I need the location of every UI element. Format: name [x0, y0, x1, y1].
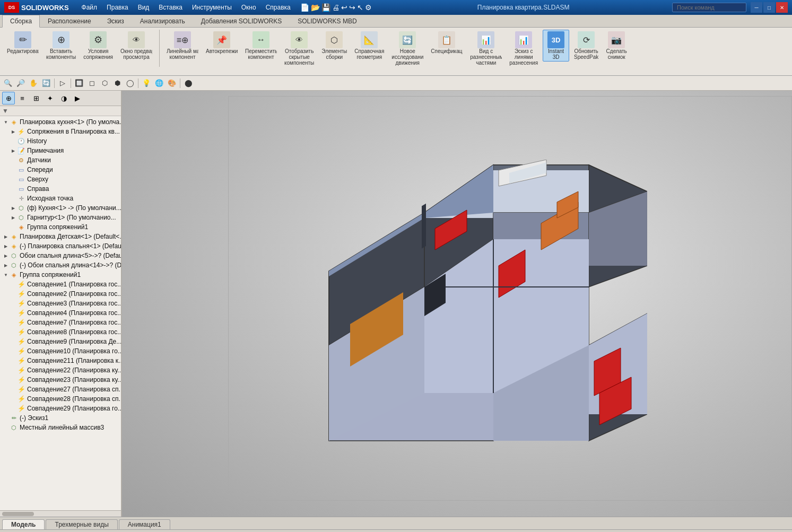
snapshot-button[interactable]: 📷 Сделатьснимок [603, 30, 630, 62]
list-item[interactable]: ▶ ⬡ Гарнитур<1> (По умолчанио... [0, 213, 121, 222]
list-item[interactable]: ▶ ⚡ Совпадение8 (Планировка гос... [0, 327, 121, 337]
save-icon[interactable]: 💾 [321, 3, 330, 12]
new-icon[interactable]: 📄 [300, 3, 309, 12]
view-orient-button[interactable]: ▷ [57, 77, 68, 89]
move-component-button[interactable]: ↔ Переместитькомпонент [242, 30, 280, 62]
tab-assembly[interactable]: Сборка [2, 15, 40, 28]
list-item[interactable]: ▶ ⚡ Сопряжения в Планировка кв... [0, 127, 121, 136]
bom-button[interactable]: 📋 Спецификация [428, 30, 465, 56]
list-item[interactable]: ▶ ⚡ Совпадение28 (Планировка сп... [0, 394, 121, 404]
tree-expand[interactable]: ▶ [10, 128, 17, 135]
display-manager-tab[interactable]: ◑ [57, 92, 70, 104]
preview-button[interactable]: 👁 Окно предварит.просмотра [118, 30, 155, 62]
zoom-to-fit-button[interactable]: 🔍 [2, 77, 14, 89]
tree-expand[interactable]: ▶ [10, 214, 17, 221]
display-style-shaded-edges-button[interactable]: ⬢ [111, 77, 123, 89]
tree-item-root[interactable]: ▼ ◈ Планировка кухня<1> (По умолча... [0, 117, 121, 127]
list-item[interactable]: ▶ ▭ Сверху [0, 175, 121, 184]
tree-expand[interactable]: ▶ [2, 261, 10, 269]
config-tab[interactable]: ⊞ [30, 92, 42, 104]
tree-expand[interactable]: ▶ [2, 242, 10, 250]
list-item[interactable]: ▶ ⚡ Совпадение7 (Планировка гос... [0, 318, 121, 327]
exploded-view-button[interactable]: 📊 Вид сразнесеннымичастями [467, 30, 504, 67]
3d-viewport[interactable]: .wall-face { stroke: #333; stroke-width:… [122, 91, 792, 517]
open-icon[interactable]: 📂 [311, 3, 320, 12]
list-item[interactable]: ▶ ⚡ Совпадение2 (Планировка гос... [0, 289, 121, 299]
render-tools-button[interactable]: 🎨 [166, 77, 178, 89]
list-item[interactable]: ▶ ✏ (-) Эскиз1 [0, 413, 121, 423]
print-icon[interactable]: 🖨 [332, 3, 340, 12]
list-item[interactable]: ▶ ⚡ Совпадение23 (Планировка ку... [0, 375, 121, 385]
list-item[interactable]: ▶ ⚡ Совпадение9 (Планировка Де... [0, 337, 121, 346]
redo-icon[interactable]: ↪ [349, 3, 355, 12]
list-item[interactable]: ▶ ▭ Справа [0, 184, 121, 194]
tab-layout[interactable]: Расположение [40, 15, 99, 27]
feature-tree-tab[interactable]: ⊕ [2, 92, 15, 104]
linear-pattern-button[interactable]: ≡⊕ Линейный массивкомпонент [164, 30, 201, 62]
list-item[interactable]: ▶ ⚡ Совпадение29 (Планировка го... [0, 404, 121, 413]
tab-sketch[interactable]: Эскиз [99, 15, 132, 27]
pan-button[interactable]: ✋ [28, 77, 39, 89]
tree-expand-root[interactable]: ▼ [2, 118, 10, 126]
scene-button[interactable]: 🌐 [153, 77, 165, 89]
list-item[interactable]: ▶ ⚡ Совпадение4 (Планировка гос... [0, 308, 121, 318]
scrollbar-thumb[interactable] [2, 512, 34, 516]
display-style-wire-button[interactable]: ◻ [86, 77, 98, 89]
tab-addins[interactable]: Добавления SOLIDWORKS [193, 15, 290, 27]
maximize-button[interactable]: □ [763, 2, 775, 13]
list-item[interactable]: ▶ ⬡ Местный линейный массив3 [0, 423, 121, 432]
instant3d-button[interactable]: 3D Instant3D [543, 30, 569, 62]
list-item[interactable]: ▶ ▭ Спереди [0, 165, 121, 175]
tab-evaluate[interactable]: Анализировать [132, 15, 193, 27]
tab-mbd[interactable]: SOLIDWORKS MBD [290, 15, 364, 27]
display-transparent-button[interactable]: ◯ [124, 77, 136, 89]
menu-insert[interactable]: Вставка [154, 3, 187, 12]
horizontal-scrollbar[interactable] [0, 510, 121, 517]
search-input[interactable] [672, 3, 746, 12]
options-icon[interactable]: ⚙ [365, 3, 372, 12]
list-item[interactable]: ▶ 🕐 History [0, 136, 121, 146]
mate-button[interactable]: ⚙ Условиясопряжения [81, 30, 116, 62]
list-item[interactable]: ▶ ◈ Планировка Детская<1> (Default<... [0, 232, 121, 241]
display-style-shaded-button[interactable]: 🔲 [73, 77, 85, 89]
smart-fasteners-button[interactable]: 📌 Автокрепежи [203, 30, 240, 56]
list-item[interactable]: ▶ ⚡ Совпадение3 (Планировка гос... [0, 299, 121, 308]
dimbxpert-tab[interactable]: ✦ [43, 92, 56, 104]
list-item[interactable]: ▶ ⚡ Совпадение22 (Планировка ку... [0, 365, 121, 375]
menu-file[interactable]: Файл [77, 3, 102, 12]
tree-expand[interactable]: ▶ [2, 252, 10, 259]
section-view-button[interactable]: ⬤ [182, 77, 194, 89]
list-item[interactable]: ▶ ⚡ Совпадение10 (Планировка го... [0, 346, 121, 356]
assembly-features-button[interactable]: ⬡ Элементысборки [319, 30, 350, 62]
list-item[interactable]: ▶ 📝 Примечания [0, 146, 121, 155]
list-item[interactable]: ▶ ✛ Исходная точка [0, 194, 121, 203]
list-item[interactable]: ▶ ⬡ (ф) Кухня<1> -> (По умолчани... [0, 203, 121, 213]
select-icon[interactable]: ↖ [357, 3, 363, 12]
motion-study-button[interactable]: 🔄 Новоеисследованиедвижения [389, 30, 426, 67]
tree-expand[interactable]: ▶ [2, 233, 10, 240]
more-panels-button[interactable]: ▶ [71, 92, 84, 104]
show-hidden-button[interactable]: 👁 Отобразитьскрытыекомпоненты [282, 30, 317, 67]
menu-window[interactable]: Окно [237, 3, 260, 12]
list-item[interactable]: ▼ ◈ Группа сопряжений1 [0, 270, 121, 280]
light-button[interactable]: 💡 [141, 77, 152, 89]
tab-3d-views[interactable]: Трехмерные виды [46, 519, 117, 529]
explode-line-button[interactable]: 📊 Эскиз слинямиразнесения [507, 30, 541, 67]
rotate-button[interactable]: 🔄 [40, 77, 52, 89]
list-item[interactable]: ▶ ⚡ Совпадение1 (Планировка гос... [0, 280, 121, 289]
display-style-hlr-button[interactable]: ⬡ [99, 77, 110, 89]
close-button[interactable]: ✕ [776, 2, 788, 13]
ref-geometry-button[interactable]: 📐 Справочнаягеометрия [352, 30, 387, 62]
list-item[interactable]: ▶ ⚡ Совпадение211 (Планировка к... [0, 356, 121, 365]
undo-icon[interactable]: ↩ [341, 3, 347, 12]
tree-expand[interactable]: ▶ [10, 147, 17, 154]
edit-component-button[interactable]: ✏ Редактировать компонент [4, 30, 41, 56]
tab-model[interactable]: Модель [2, 519, 45, 529]
list-item[interactable]: ▶ ⚡ Совпадение27 (Планировка сп... [0, 385, 121, 394]
list-item[interactable]: ▶ ⚙ Датчики [0, 155, 121, 165]
list-item[interactable]: ▶ ◈ (-) Планировка спальня<1> (Defau... [0, 241, 121, 251]
tab-animation1[interactable]: Анимация1 [119, 519, 170, 529]
list-item[interactable]: ▶ ⬡ (-) Обои спальня длина<14>->? (D... [0, 260, 121, 270]
tree-expand-mates[interactable]: ▼ [2, 271, 10, 278]
menu-help[interactable]: Справка [262, 3, 295, 12]
